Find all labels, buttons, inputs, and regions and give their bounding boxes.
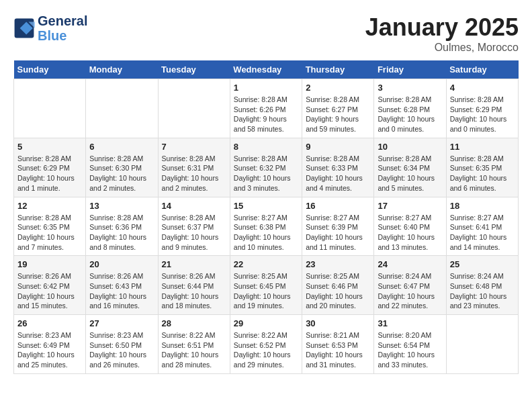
calendar-cell: 16Sunrise: 8:27 AM Sunset: 6:39 PM Dayli… <box>302 197 374 256</box>
day-info: Sunrise: 8:25 AM Sunset: 6:46 PM Dayligh… <box>306 271 370 311</box>
calendar-cell: 18Sunrise: 8:27 AM Sunset: 6:41 PM Dayli… <box>446 197 518 256</box>
location: Oulmes, Morocco <box>365 42 519 54</box>
day-number: 17 <box>378 201 442 211</box>
calendar-cell: 29Sunrise: 8:22 AM Sunset: 6:52 PM Dayli… <box>230 315 302 374</box>
day-info: Sunrise: 8:28 AM Sunset: 6:34 PM Dayligh… <box>378 154 442 193</box>
calendar-cell: 15Sunrise: 8:27 AM Sunset: 6:38 PM Dayli… <box>230 197 302 256</box>
calendar-cell: 19Sunrise: 8:26 AM Sunset: 6:42 PM Dayli… <box>14 256 86 315</box>
weekday-header-saturday: Saturday <box>446 60 518 79</box>
day-info: Sunrise: 8:26 AM Sunset: 6:43 PM Dayligh… <box>89 271 154 311</box>
weekday-header-sunday: Sunday <box>14 60 86 79</box>
day-info: Sunrise: 8:28 AM Sunset: 6:33 PM Dayligh… <box>306 154 370 193</box>
day-info: Sunrise: 8:28 AM Sunset: 6:35 PM Dayligh… <box>17 213 82 253</box>
calendar-cell: 21Sunrise: 8:26 AM Sunset: 6:44 PM Dayli… <box>158 256 230 315</box>
day-info: Sunrise: 8:24 AM Sunset: 6:47 PM Dayligh… <box>378 271 442 311</box>
calendar-cell: 17Sunrise: 8:27 AM Sunset: 6:40 PM Dayli… <box>374 197 446 256</box>
month-title: January 2025 <box>365 13 519 42</box>
day-info: Sunrise: 8:22 AM Sunset: 6:51 PM Dayligh… <box>162 330 226 370</box>
day-number: 2 <box>306 83 370 93</box>
calendar-cell: 23Sunrise: 8:25 AM Sunset: 6:46 PM Dayli… <box>302 256 374 315</box>
weekday-header-monday: Monday <box>86 60 158 79</box>
calendar-week-3: 12Sunrise: 8:28 AM Sunset: 6:35 PM Dayli… <box>14 197 519 256</box>
day-info: Sunrise: 8:28 AM Sunset: 6:32 PM Dayligh… <box>234 154 298 193</box>
day-info: Sunrise: 8:28 AM Sunset: 6:35 PM Dayligh… <box>450 154 515 193</box>
day-info: Sunrise: 8:27 AM Sunset: 6:38 PM Dayligh… <box>234 213 298 253</box>
calendar-cell: 6Sunrise: 8:28 AM Sunset: 6:30 PM Daylig… <box>86 138 158 197</box>
day-info: Sunrise: 8:26 AM Sunset: 6:44 PM Dayligh… <box>162 271 226 311</box>
calendar-cell <box>158 79 230 138</box>
day-info: Sunrise: 8:28 AM Sunset: 6:27 PM Dayligh… <box>306 95 370 134</box>
day-number: 7 <box>162 142 226 152</box>
weekday-header-thursday: Thursday <box>302 60 374 79</box>
calendar-week-2: 5Sunrise: 8:28 AM Sunset: 6:29 PM Daylig… <box>14 138 519 197</box>
day-info: Sunrise: 8:28 AM Sunset: 6:31 PM Dayligh… <box>162 154 226 193</box>
calendar-cell: 31Sunrise: 8:20 AM Sunset: 6:54 PM Dayli… <box>374 315 446 374</box>
calendar-cell: 7Sunrise: 8:28 AM Sunset: 6:31 PM Daylig… <box>158 138 230 197</box>
calendar-week-4: 19Sunrise: 8:26 AM Sunset: 6:42 PM Dayli… <box>14 256 519 315</box>
calendar-cell: 14Sunrise: 8:28 AM Sunset: 6:37 PM Dayli… <box>158 197 230 256</box>
day-number: 22 <box>234 259 298 269</box>
calendar-cell: 20Sunrise: 8:26 AM Sunset: 6:43 PM Dayli… <box>86 256 158 315</box>
calendar-cell: 9Sunrise: 8:28 AM Sunset: 6:33 PM Daylig… <box>302 138 374 197</box>
day-info: Sunrise: 8:28 AM Sunset: 6:30 PM Dayligh… <box>89 154 154 193</box>
day-number: 27 <box>89 318 154 328</box>
calendar-cell: 24Sunrise: 8:24 AM Sunset: 6:47 PM Dayli… <box>374 256 446 315</box>
day-number: 20 <box>89 259 154 269</box>
weekday-header-tuesday: Tuesday <box>158 60 230 79</box>
day-number: 30 <box>306 318 370 328</box>
day-number: 29 <box>234 318 298 328</box>
calendar-cell: 22Sunrise: 8:25 AM Sunset: 6:45 PM Dayli… <box>230 256 302 315</box>
calendar-cell: 1Sunrise: 8:28 AM Sunset: 6:26 PM Daylig… <box>230 79 302 138</box>
day-number: 9 <box>306 142 370 152</box>
day-number: 31 <box>378 318 442 328</box>
logo-icon <box>13 17 35 39</box>
day-info: Sunrise: 8:23 AM Sunset: 6:50 PM Dayligh… <box>89 330 154 370</box>
day-number: 4 <box>450 83 515 93</box>
day-number: 26 <box>17 318 82 328</box>
calendar-cell: 3Sunrise: 8:28 AM Sunset: 6:28 PM Daylig… <box>374 79 446 138</box>
calendar-cell <box>446 315 518 374</box>
calendar-cell: 13Sunrise: 8:28 AM Sunset: 6:36 PM Dayli… <box>86 197 158 256</box>
calendar-cell: 5Sunrise: 8:28 AM Sunset: 6:29 PM Daylig… <box>14 138 86 197</box>
day-info: Sunrise: 8:28 AM Sunset: 6:29 PM Dayligh… <box>17 154 82 193</box>
day-number: 28 <box>162 318 226 328</box>
calendar-cell: 11Sunrise: 8:28 AM Sunset: 6:35 PM Dayli… <box>446 138 518 197</box>
day-number: 19 <box>17 259 82 269</box>
calendar-cell: 25Sunrise: 8:24 AM Sunset: 6:48 PM Dayli… <box>446 256 518 315</box>
day-number: 3 <box>378 83 442 93</box>
day-number: 15 <box>234 201 298 211</box>
day-number: 8 <box>234 142 298 152</box>
calendar-cell: 30Sunrise: 8:21 AM Sunset: 6:53 PM Dayli… <box>302 315 374 374</box>
day-info: Sunrise: 8:28 AM Sunset: 6:36 PM Dayligh… <box>89 213 154 253</box>
weekday-header-row: SundayMondayTuesdayWednesdayThursdayFrid… <box>14 60 519 79</box>
calendar-table: SundayMondayTuesdayWednesdayThursdayFrid… <box>13 60 519 374</box>
day-info: Sunrise: 8:21 AM Sunset: 6:53 PM Dayligh… <box>306 330 370 370</box>
day-number: 24 <box>378 259 442 269</box>
day-info: Sunrise: 8:28 AM Sunset: 6:26 PM Dayligh… <box>234 95 298 134</box>
day-number: 25 <box>450 259 515 269</box>
calendar-cell: 8Sunrise: 8:28 AM Sunset: 6:32 PM Daylig… <box>230 138 302 197</box>
day-number: 21 <box>162 259 226 269</box>
day-number: 14 <box>162 201 226 211</box>
day-info: Sunrise: 8:26 AM Sunset: 6:42 PM Dayligh… <box>17 271 82 311</box>
page-header: General Blue January 2025 Oulmes, Morocc… <box>13 13 519 54</box>
day-info: Sunrise: 8:27 AM Sunset: 6:39 PM Dayligh… <box>306 213 370 253</box>
calendar-cell: 10Sunrise: 8:28 AM Sunset: 6:34 PM Dayli… <box>374 138 446 197</box>
day-info: Sunrise: 8:24 AM Sunset: 6:48 PM Dayligh… <box>450 271 515 311</box>
weekday-header-friday: Friday <box>374 60 446 79</box>
calendar-cell: 2Sunrise: 8:28 AM Sunset: 6:27 PM Daylig… <box>302 79 374 138</box>
day-info: Sunrise: 8:20 AM Sunset: 6:54 PM Dayligh… <box>378 330 442 370</box>
day-info: Sunrise: 8:28 AM Sunset: 6:29 PM Dayligh… <box>450 95 515 134</box>
day-number: 5 <box>17 142 82 152</box>
calendar-cell: 28Sunrise: 8:22 AM Sunset: 6:51 PM Dayli… <box>158 315 230 374</box>
logo: General Blue <box>13 13 87 43</box>
day-info: Sunrise: 8:28 AM Sunset: 6:28 PM Dayligh… <box>378 95 442 134</box>
day-info: Sunrise: 8:27 AM Sunset: 6:40 PM Dayligh… <box>378 213 442 253</box>
day-number: 12 <box>17 201 82 211</box>
day-info: Sunrise: 8:28 AM Sunset: 6:37 PM Dayligh… <box>162 213 226 253</box>
day-number: 23 <box>306 259 370 269</box>
calendar-cell <box>14 79 86 138</box>
day-number: 13 <box>89 201 154 211</box>
calendar-cell: 4Sunrise: 8:28 AM Sunset: 6:29 PM Daylig… <box>446 79 518 138</box>
day-number: 11 <box>450 142 515 152</box>
